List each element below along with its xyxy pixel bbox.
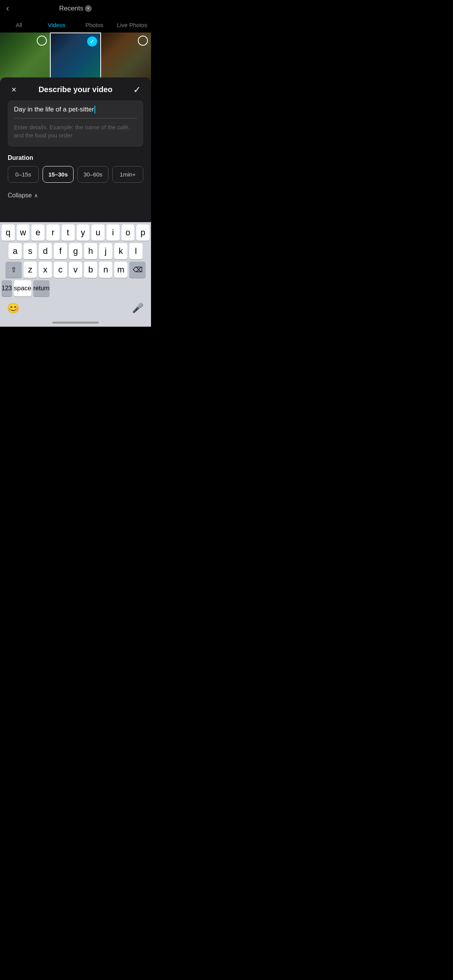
duration-30-60s[interactable]: 30–60s — [77, 166, 108, 183]
emoji-button[interactable]: 😊 — [6, 301, 20, 315]
key-j[interactable]: j — [99, 243, 112, 259]
key-s[interactable]: s — [24, 243, 37, 259]
key-f[interactable]: f — [54, 243, 67, 259]
tab-all[interactable]: All — [0, 18, 38, 32]
media-thumb-3[interactable] — [101, 33, 151, 85]
key-x[interactable]: x — [39, 262, 52, 278]
duration-section: Duration 0–15s 15–30s 30–60s 1min+ — [0, 154, 151, 189]
tab-videos[interactable]: Videos — [38, 18, 76, 32]
key-n[interactable]: n — [99, 262, 112, 278]
space-key[interactable]: space — [14, 280, 31, 296]
top-bar: ‹ Recents — [0, 0, 151, 17]
numbers-key[interactable]: 123 — [2, 280, 12, 296]
keyboard: q w e r t y u i o p a s d f g h j k l ⇧ … — [0, 222, 151, 327]
return-key[interactable]: return — [33, 280, 50, 296]
key-w[interactable]: w — [17, 224, 30, 241]
key-c[interactable]: c — [54, 262, 67, 278]
duration-buttons: 0–15s 15–30s 30–60s 1min+ — [8, 166, 143, 183]
modal-title: Describe your video — [38, 85, 112, 94]
delete-key[interactable]: ⌫ — [129, 262, 146, 278]
key-v[interactable]: v — [69, 262, 82, 278]
home-indicator — [0, 318, 151, 327]
key-u[interactable]: u — [91, 224, 105, 241]
shift-key[interactable]: ⇧ — [5, 262, 22, 278]
title-input-text: Day in the life of a pet-sitter — [14, 106, 94, 113]
select-circle-2[interactable] — [87, 36, 97, 46]
duration-0-15s[interactable]: 0–15s — [8, 166, 39, 183]
key-r[interactable]: r — [46, 224, 60, 241]
keyboard-row-2: a s d f g h j k l — [0, 241, 151, 259]
recents-label-text: Recents — [59, 5, 83, 12]
duration-1min-plus[interactable]: 1min+ — [112, 166, 143, 183]
key-m[interactable]: m — [114, 262, 127, 278]
tab-bar: All Videos Photos Live Photos — [0, 17, 151, 33]
collapse-row[interactable]: Collapse ∧ — [0, 189, 151, 205]
collapse-chevron-icon: ∧ — [34, 192, 38, 199]
keyboard-row-3: ⇧ z x c v b n m ⌫ — [0, 259, 151, 278]
media-strip — [0, 33, 151, 85]
description-input-area[interactable]: Day in the life of a pet-sitter Enter de… — [8, 100, 143, 147]
key-d[interactable]: d — [39, 243, 52, 259]
media-thumb-2[interactable] — [50, 33, 101, 85]
input-divider — [14, 118, 137, 118]
recents-chevron-icon — [85, 5, 92, 12]
modal-header: × Describe your video ✓ — [0, 77, 151, 100]
key-l[interactable]: l — [129, 243, 142, 259]
tab-live-photos[interactable]: Live Photos — [113, 18, 151, 32]
select-circle-3[interactable] — [138, 36, 148, 46]
key-y[interactable]: y — [77, 224, 90, 241]
recents-dropdown[interactable]: Recents — [59, 5, 92, 12]
mic-button[interactable]: 🎤 — [131, 301, 145, 315]
keyboard-bottom-row: 123 space return — [0, 278, 151, 299]
keyboard-row-1: q w e r t y u i o p — [0, 222, 151, 241]
key-a[interactable]: a — [9, 243, 22, 259]
back-button[interactable]: ‹ — [6, 3, 9, 14]
title-input[interactable]: Day in the life of a pet-sitter — [14, 106, 137, 113]
tab-photos[interactable]: Photos — [76, 18, 113, 32]
key-o[interactable]: o — [122, 224, 135, 241]
duration-15-30s[interactable]: 15–30s — [43, 166, 74, 183]
description-placeholder: Enter details. Example: the name of the … — [14, 123, 137, 139]
duration-label: Duration — [8, 154, 143, 161]
text-cursor — [94, 106, 95, 113]
modal-confirm-button[interactable]: ✓ — [131, 84, 143, 96]
home-bar — [52, 322, 99, 324]
key-e[interactable]: e — [31, 224, 45, 241]
keyboard-emoji-row: 😊 🎤 — [0, 299, 151, 318]
modal-close-button[interactable]: × — [8, 84, 20, 96]
key-p[interactable]: p — [136, 224, 149, 241]
select-circle-1[interactable] — [37, 36, 47, 46]
key-t[interactable]: t — [62, 224, 75, 241]
key-g[interactable]: g — [69, 243, 82, 259]
key-h[interactable]: h — [84, 243, 97, 259]
key-i[interactable]: i — [106, 224, 120, 241]
key-z[interactable]: z — [24, 262, 37, 278]
key-q[interactable]: q — [2, 224, 15, 241]
key-k[interactable]: k — [114, 243, 127, 259]
media-thumb-1[interactable] — [0, 33, 50, 85]
key-b[interactable]: b — [84, 262, 97, 278]
collapse-label: Collapse — [8, 192, 32, 199]
